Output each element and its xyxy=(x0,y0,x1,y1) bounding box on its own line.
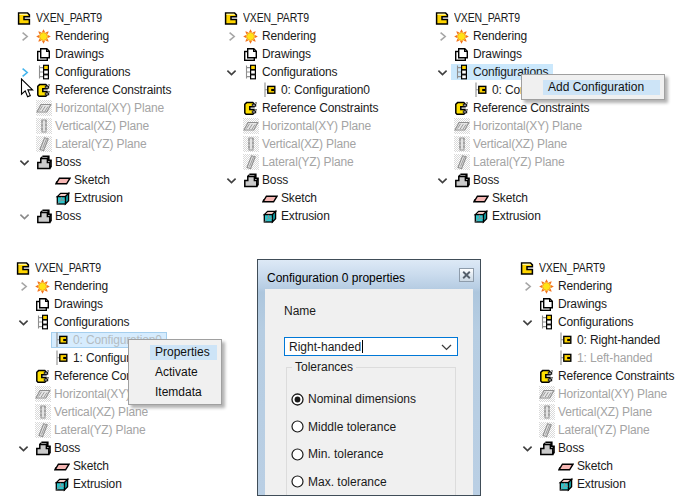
tree-item-vertical-xz-plane[interactable]: Vertical(XZ) Plane xyxy=(17,117,154,135)
radio-option-nominal-dimensions[interactable]: Nominal dimensions xyxy=(291,392,416,406)
tree-item-label: Lateral(YZ) Plane xyxy=(262,154,354,170)
tree-item-configurations[interactable]: Configurations xyxy=(17,63,135,81)
tree-item-vertical-xz-plane[interactable]: Vertical(XZ) Plane xyxy=(520,403,657,421)
tree-item-0-right-handed[interactable]: 0: Right-handed xyxy=(539,331,665,349)
radio-unselected-icon[interactable] xyxy=(291,448,308,461)
tree-item-boss[interactable]: Boss xyxy=(17,207,86,225)
plane-xz-icon xyxy=(539,404,558,420)
tree-item-boss[interactable]: Boss xyxy=(17,153,86,171)
tree-item-drawings[interactable]: Drawings xyxy=(17,45,109,63)
menu-item-properties[interactable]: Properties xyxy=(150,342,217,362)
refcon-icon xyxy=(243,100,262,116)
sun-icon xyxy=(35,278,54,294)
tree-item-content: 1: Left-handed xyxy=(555,350,657,366)
tree-item-rendering[interactable]: Rendering xyxy=(435,27,532,45)
tree-item-lateral-yz-plane[interactable]: Lateral(YZ) Plane xyxy=(435,153,570,171)
tree-item-vxen-part9[interactable]: VXEN_PART9 xyxy=(435,9,534,27)
tree-item-vertical-xz-plane[interactable]: Vertical(XZ) Plane xyxy=(435,135,572,153)
tree-item-vertical-xz-plane[interactable]: Vertical(XZ) Plane xyxy=(224,135,361,153)
tree-item-content: Vertical(XZ) Plane xyxy=(451,136,572,152)
tree-item-label: VXEN_PART9 xyxy=(36,10,102,26)
tree-item-lateral-yz-plane[interactable]: Lateral(YZ) Plane xyxy=(224,153,359,171)
tree-item-drawings[interactable]: Drawings xyxy=(224,45,316,63)
tree-item-lateral-yz-plane[interactable]: Lateral(YZ) Plane xyxy=(520,421,655,439)
dialog-title-bar[interactable]: Configuration 0 properties xyxy=(258,260,480,289)
tree-item-sketch[interactable]: Sketch xyxy=(539,457,618,475)
tree-item-sketch[interactable]: Sketch xyxy=(454,189,533,207)
tree-item-configurations[interactable]: Configurations xyxy=(16,313,134,331)
tree-item-label: Boss xyxy=(262,172,288,188)
tree-item-extrusion[interactable]: Extrusion xyxy=(35,475,127,493)
tree-item-extrusion[interactable]: Extrusion xyxy=(454,207,546,225)
tree-item-horizontal-xy-plane[interactable]: Horizontal(XY) Plane xyxy=(520,385,672,403)
configs-icon xyxy=(539,314,558,330)
tree-item-content: Drawings xyxy=(32,296,108,312)
tree-item-boss[interactable]: Boss xyxy=(520,439,589,457)
tree-item-label: Rendering xyxy=(558,278,612,294)
tree-item-extrusion[interactable]: Extrusion xyxy=(36,189,128,207)
tree-item-label: 0: Right-handed xyxy=(577,332,660,348)
tree-item-label: Lateral(YZ) Plane xyxy=(54,422,146,438)
tree-item-vxen-part9[interactable]: VXEN_PART9 xyxy=(17,9,116,27)
tree-item-rendering[interactable]: Rendering xyxy=(224,27,321,45)
tree-item-sketch[interactable]: Sketch xyxy=(36,171,115,189)
tree-item-label: Boss xyxy=(473,172,499,188)
tree-item-drawings[interactable]: Drawings xyxy=(435,45,527,63)
tree-item-configurations[interactable]: Configurations xyxy=(224,63,342,81)
tree-item-content: Sketch xyxy=(259,190,322,206)
menu-item-itemdata[interactable]: Itemdata xyxy=(129,382,221,402)
radio-unselected-icon[interactable] xyxy=(291,420,308,433)
tree-item-rendering[interactable]: Rendering xyxy=(520,277,617,295)
tree-item-sketch[interactable]: Sketch xyxy=(35,457,114,475)
tree-item-vxen-part9[interactable]: VXEN_PART9 xyxy=(16,259,115,277)
plane-xy-icon xyxy=(454,118,473,134)
tree-item-extrusion[interactable]: Extrusion xyxy=(243,207,335,225)
plane-yz-icon xyxy=(539,422,558,438)
tree-item-horizontal-xy-plane[interactable]: Horizontal(XY) Plane xyxy=(435,117,587,135)
tree-item-label: Extrusion xyxy=(281,208,330,224)
tree-item-0-configuration0[interactable]: 0: Configuration0 xyxy=(243,81,375,99)
tree-item-vxen-part9[interactable]: VXEN_PART9 xyxy=(520,259,619,277)
radio-option-max-tolerance[interactable]: Max. tolerance xyxy=(291,475,387,489)
tree-item-horizontal-xy-plane[interactable]: Horizontal(XY) Plane xyxy=(17,99,169,117)
menu-item-activate[interactable]: Activate xyxy=(129,362,221,382)
tree-item-rendering[interactable]: Rendering xyxy=(17,27,114,45)
boss-icon xyxy=(36,154,55,170)
tree-item-reference-constraints[interactable]: Reference Constraints xyxy=(17,81,176,99)
tree-item-configurations[interactable]: Configurations xyxy=(520,313,638,331)
extrusion-icon xyxy=(473,208,492,224)
tree-item-boss[interactable]: Boss xyxy=(224,171,293,189)
tree-item-drawings[interactable]: Drawings xyxy=(520,295,612,313)
radio-selected-icon[interactable] xyxy=(291,393,308,406)
sketch-icon xyxy=(473,190,492,206)
radio-option-middle-tolerance[interactable]: Middle tolerance xyxy=(291,420,396,434)
tree-item-reference-constraints[interactable]: Reference Constraints xyxy=(520,367,679,385)
boss-icon xyxy=(454,172,473,188)
tree-item-lateral-yz-plane[interactable]: Lateral(YZ) Plane xyxy=(17,135,152,153)
name-combobox[interactable]: Right-handed xyxy=(284,337,458,356)
close-button[interactable] xyxy=(459,268,474,282)
tree-item-reference-constraints[interactable]: Reference Constraints xyxy=(224,99,383,117)
tree-item-vxen-part9[interactable]: VXEN_PART9 xyxy=(224,9,323,27)
tree-item-rendering[interactable]: Rendering xyxy=(16,277,113,295)
sun-icon xyxy=(36,28,55,44)
tree-item-label: Reference Constraints xyxy=(262,100,378,116)
menu-item-add-configuration[interactable]: Add Configuration xyxy=(543,77,660,97)
tree-item-sketch[interactable]: Sketch xyxy=(243,189,322,207)
tree-item-boss[interactable]: Boss xyxy=(16,439,85,457)
tree-item-extrusion[interactable]: Extrusion xyxy=(539,475,631,493)
radio-unselected-icon[interactable] xyxy=(291,475,308,488)
radio-option-min-tolerance[interactable]: Min. tolerance xyxy=(291,447,383,461)
combo-dropdown-icon[interactable] xyxy=(441,344,452,351)
tree-item-content: Drawings xyxy=(536,296,612,312)
tree-item-drawings[interactable]: Drawings xyxy=(16,295,108,313)
tree-item-horizontal-xy-plane[interactable]: Horizontal(XY) Plane xyxy=(224,117,376,135)
tree-item-content: 0: Right-handed xyxy=(555,332,665,348)
configs-icon xyxy=(36,64,55,80)
tree-item-boss[interactable]: Boss xyxy=(435,171,504,189)
tree-item-lateral-yz-plane[interactable]: Lateral(YZ) Plane xyxy=(16,421,151,439)
tree-item-reference-constraints[interactable]: Reference Constraints xyxy=(435,99,594,117)
tree-item-1-left-handed[interactable]: 1: Left-handed xyxy=(539,349,657,367)
drawings-icon xyxy=(539,296,558,312)
tree-item-vertical-xz-plane[interactable]: Vertical(XZ) Plane xyxy=(16,403,153,421)
